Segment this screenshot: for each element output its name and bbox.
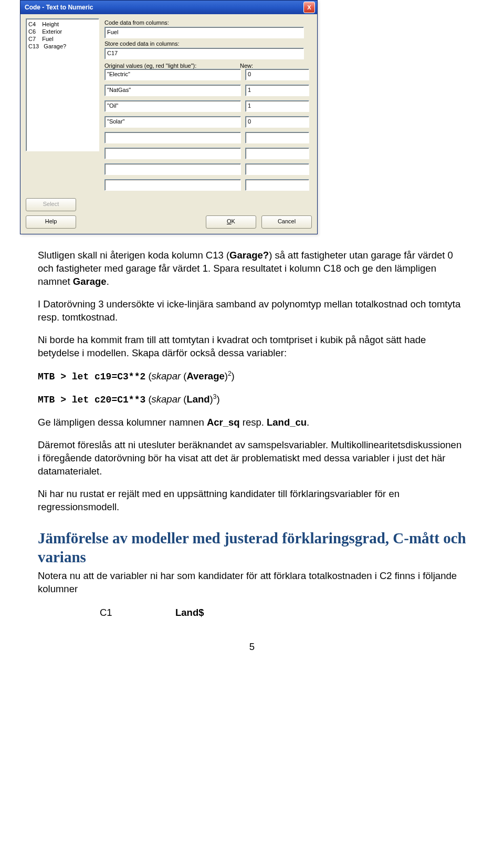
select-button: Select — [26, 198, 76, 211]
orig-input[interactable] — [104, 179, 241, 191]
code-from-input[interactable]: Fuel — [104, 27, 304, 38]
paragraph: Ni har nu rustat er rejält med en uppsät… — [38, 488, 466, 514]
original-values-label: Original values (eg, red "light blue"): — [104, 63, 236, 69]
orig-input[interactable]: "NatGas" — [104, 85, 241, 96]
new-values-label: New: — [240, 63, 299, 69]
code-line: MTB > let c19=C3**2 (skapar (Average)2) — [38, 369, 466, 383]
store-in-label: Store coded data in columns: — [104, 40, 312, 47]
orig-input[interactable] — [104, 148, 241, 159]
orig-input[interactable]: "Solar" — [104, 116, 241, 128]
new-input[interactable] — [245, 179, 309, 191]
column-table: C1 Land$ — [98, 605, 205, 620]
titlebar[interactable]: Code - Text to Numeric X — [20, 1, 317, 14]
new-input[interactable]: 0 — [245, 69, 309, 80]
heading: Jämförelse av modeller med justerad förk… — [38, 529, 466, 567]
new-input[interactable]: 0 — [245, 116, 309, 128]
paragraph: Däremot föreslås att ni utesluter beräkn… — [38, 439, 466, 478]
new-input[interactable] — [245, 148, 309, 159]
ok-button[interactable]: OK — [206, 215, 256, 229]
paragraph: Notera nu att de variabler ni har som ka… — [38, 570, 466, 596]
paragraph: Ni borde ha kommit fram till att tomtyta… — [38, 334, 466, 360]
close-icon[interactable]: X — [303, 2, 315, 13]
orig-input[interactable]: "Electric" — [104, 69, 241, 80]
store-in-input[interactable]: C17 — [104, 48, 304, 59]
column-list[interactable]: C4 Height C6 Exterior C7 Fuel C13 Garage… — [26, 18, 99, 151]
paragraph: Ge lämpligen dessa kolumner namnen Acr_s… — [38, 416, 466, 429]
code-from-label: Code data from columns: — [104, 19, 312, 26]
cancel-button[interactable]: Cancel — [261, 215, 312, 229]
new-input[interactable] — [245, 132, 309, 143]
code-dialog: Code - Text to Numeric X C4 Height C6 Ex… — [20, 0, 318, 234]
document-body: Slutligen skall ni återigen koda kolumn … — [0, 249, 504, 674]
page-number: 5 — [38, 641, 466, 653]
orig-input[interactable]: "Oil" — [104, 100, 241, 112]
code-line: MTB > let c20=C1**3 (skapar (Land)3) — [38, 393, 466, 406]
help-button[interactable]: Help — [26, 215, 76, 229]
new-input[interactable] — [245, 163, 309, 175]
dialog-title: Code - Text to Numeric — [25, 4, 303, 11]
orig-input[interactable] — [104, 163, 241, 175]
new-input[interactable]: 1 — [245, 100, 309, 112]
paragraph: Slutligen skall ni återigen koda kolumn … — [38, 249, 466, 288]
table-cell: C1 — [99, 606, 174, 619]
new-input[interactable]: 1 — [245, 85, 309, 96]
table-cell: Land$ — [175, 606, 204, 619]
paragraph: I Datorövning 3 undersökte vi icke-linjä… — [38, 298, 466, 324]
orig-input[interactable] — [104, 132, 241, 143]
